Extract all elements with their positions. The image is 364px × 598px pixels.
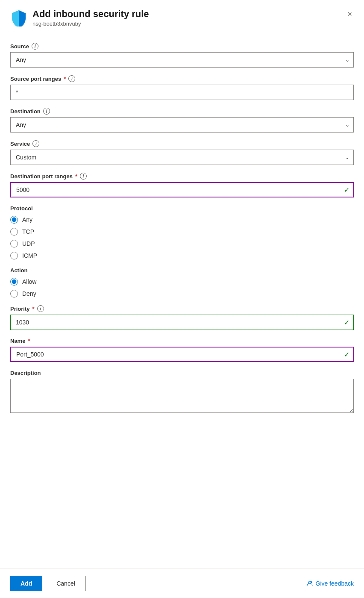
protocol-tcp-item[interactable]: TCP bbox=[10, 228, 354, 236]
action-allow-label: Allow bbox=[22, 278, 36, 285]
destination-label: Destination i bbox=[10, 108, 354, 115]
source-port-info-icon[interactable]: i bbox=[68, 75, 75, 82]
name-required-star: * bbox=[28, 338, 30, 344]
feedback-icon bbox=[306, 580, 313, 587]
form-body: Source i Any IP Addresses Service Tag Ap… bbox=[0, 34, 364, 569]
action-deny-label: Deny bbox=[22, 290, 36, 297]
service-select-wrapper: Custom HTTP HTTPS SSH RDP ⌄ bbox=[10, 150, 354, 165]
action-radio-group: Allow Deny bbox=[10, 278, 354, 298]
protocol-any-item[interactable]: Any bbox=[10, 216, 354, 224]
description-group: Description bbox=[10, 370, 354, 414]
feedback-label: Give feedback bbox=[316, 580, 354, 587]
service-info-icon[interactable]: i bbox=[32, 140, 39, 147]
name-label: Name * bbox=[10, 338, 354, 344]
add-inbound-security-rule-panel: Add inbound security rule nsg-boetb3xbnv… bbox=[0, 0, 364, 598]
protocol-icmp-item[interactable]: ICMP bbox=[10, 252, 354, 259]
service-select[interactable]: Custom HTTP HTTPS SSH RDP bbox=[10, 150, 354, 165]
action-label: Action bbox=[10, 267, 354, 274]
description-label: Description bbox=[10, 370, 354, 376]
priority-label: Priority * i bbox=[10, 305, 354, 312]
source-port-ranges-label: Source port ranges * i bbox=[10, 75, 354, 82]
destination-group: Destination i Any IP Addresses Service T… bbox=[10, 108, 354, 133]
protocol-any-label: Any bbox=[22, 216, 32, 223]
protocol-any-radio[interactable] bbox=[10, 216, 18, 224]
destination-select-wrapper: Any IP Addresses Service Tag Application… bbox=[10, 117, 354, 133]
protocol-icmp-label: ICMP bbox=[22, 252, 37, 259]
panel-footer: Add Cancel Give feedback bbox=[0, 569, 364, 598]
close-button[interactable]: × bbox=[346, 9, 354, 20]
add-button[interactable]: Add bbox=[10, 576, 42, 591]
action-deny-radio[interactable] bbox=[10, 290, 18, 298]
action-deny-item[interactable]: Deny bbox=[10, 290, 354, 298]
source-group: Source i Any IP Addresses Service Tag Ap… bbox=[10, 43, 354, 68]
azure-shield-icon bbox=[10, 9, 27, 27]
protocol-radio-group: Any TCP UDP ICMP bbox=[10, 216, 354, 259]
protocol-icmp-radio[interactable] bbox=[10, 252, 18, 259]
source-label: Source i bbox=[10, 43, 354, 50]
priority-check-icon: ✓ bbox=[344, 318, 349, 327]
protocol-udp-radio[interactable] bbox=[10, 240, 18, 247]
name-input-wrapper: ✓ bbox=[10, 347, 354, 362]
priority-input-wrapper: ✓ bbox=[10, 315, 354, 330]
priority-group: Priority * i ✓ bbox=[10, 305, 354, 330]
source-select-wrapper: Any IP Addresses Service Tag Application… bbox=[10, 52, 354, 68]
dest-port-info-icon[interactable]: i bbox=[80, 173, 87, 180]
description-textarea[interactable] bbox=[10, 379, 354, 413]
protocol-tcp-label: TCP bbox=[22, 228, 34, 235]
priority-required-star: * bbox=[32, 306, 35, 312]
protocol-tcp-radio[interactable] bbox=[10, 228, 18, 236]
name-input[interactable] bbox=[10, 347, 354, 362]
destination-port-ranges-label: Destination port ranges * i bbox=[10, 173, 354, 180]
protocol-udp-label: UDP bbox=[22, 240, 35, 247]
action-group: Action Allow Deny bbox=[10, 267, 354, 298]
header-left: Add inbound security rule nsg-boetb3xbnv… bbox=[10, 9, 149, 27]
name-check-icon: ✓ bbox=[344, 351, 349, 359]
give-feedback-link[interactable]: Give feedback bbox=[306, 580, 354, 587]
dest-port-required-star: * bbox=[75, 173, 77, 180]
source-info-icon[interactable]: i bbox=[32, 43, 38, 50]
protocol-group: Protocol Any TCP UDP ICMP bbox=[10, 205, 354, 259]
source-select[interactable]: Any IP Addresses Service Tag Application… bbox=[10, 52, 354, 68]
action-allow-radio[interactable] bbox=[10, 278, 18, 286]
protocol-label: Protocol bbox=[10, 205, 354, 212]
priority-input[interactable] bbox=[10, 315, 354, 330]
source-port-ranges-group: Source port ranges * i bbox=[10, 75, 354, 100]
service-group: Service i Custom HTTP HTTPS SSH RDP ⌄ bbox=[10, 140, 354, 165]
destination-select[interactable]: Any IP Addresses Service Tag Application… bbox=[10, 117, 354, 133]
panel-subtitle: nsg-boetb3xbnvuby bbox=[32, 21, 149, 27]
service-label: Service i bbox=[10, 140, 354, 147]
dest-port-check-icon: ✓ bbox=[344, 186, 349, 194]
protocol-udp-item[interactable]: UDP bbox=[10, 240, 354, 247]
destination-info-icon[interactable]: i bbox=[43, 108, 50, 115]
cancel-button[interactable]: Cancel bbox=[46, 576, 86, 591]
source-port-ranges-input[interactable] bbox=[10, 85, 354, 100]
panel-title: Add inbound security rule bbox=[32, 9, 149, 20]
footer-buttons: Add Cancel bbox=[10, 576, 86, 591]
action-allow-item[interactable]: Allow bbox=[10, 278, 354, 286]
panel-header: Add inbound security rule nsg-boetb3xbnv… bbox=[0, 0, 364, 34]
destination-port-ranges-input[interactable] bbox=[10, 182, 354, 197]
name-group: Name * ✓ bbox=[10, 338, 354, 362]
dest-port-input-wrapper: ✓ bbox=[10, 182, 354, 197]
header-text: Add inbound security rule nsg-boetb3xbnv… bbox=[32, 9, 149, 27]
source-port-input-wrapper bbox=[10, 85, 354, 100]
destination-port-ranges-group: Destination port ranges * i ✓ bbox=[10, 173, 354, 197]
priority-info-icon[interactable]: i bbox=[37, 305, 44, 312]
source-port-required-star: * bbox=[64, 76, 66, 82]
